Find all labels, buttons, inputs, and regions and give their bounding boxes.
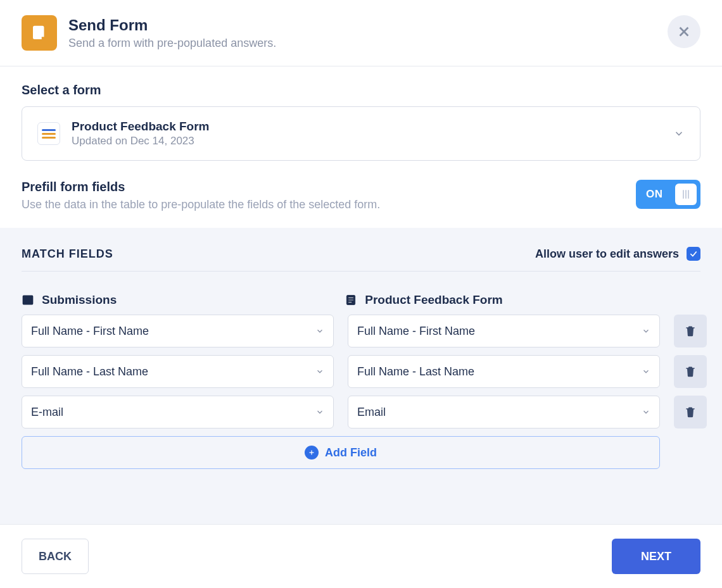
target-field-dropdown[interactable]: Email xyxy=(348,396,660,428)
source-field-value: Full Name - First Name xyxy=(31,325,149,338)
chevron-down-icon xyxy=(673,128,685,139)
modal-header: Send Form Send a form with pre-populated… xyxy=(0,0,722,66)
field-mapping-row: E-mail Email xyxy=(22,396,700,428)
svg-rect-6 xyxy=(348,297,353,299)
plus-icon xyxy=(305,446,319,460)
add-field-label: Add Field xyxy=(325,446,377,460)
source-field-value: E-mail xyxy=(31,406,63,419)
svg-rect-8 xyxy=(348,302,352,303)
match-fields-header: MATCH FIELDS Allow user to edit answers xyxy=(22,247,700,272)
trash-icon xyxy=(684,406,697,418)
header-text: Send Form Send a form with pre-populated… xyxy=(68,15,656,50)
right-col-label: Product Feedback Form xyxy=(365,293,503,307)
target-field-value: Full Name - Last Name xyxy=(357,365,474,378)
target-field-value: Email xyxy=(357,406,386,419)
select-form-label: Select a form xyxy=(22,83,700,97)
add-field-button[interactable]: Add Field xyxy=(22,436,660,469)
left-col-label: Submissions xyxy=(42,293,117,307)
target-field-dropdown[interactable]: Full Name - First Name xyxy=(348,315,660,347)
modal-footer: BACK NEXT xyxy=(0,524,722,588)
match-fields-section: MATCH FIELDS Allow user to edit answers … xyxy=(0,228,722,524)
form-icon xyxy=(22,15,57,51)
delete-row-button[interactable] xyxy=(674,396,707,428)
table-icon xyxy=(22,294,34,306)
send-form-modal: Send Form Send a form with pre-populated… xyxy=(0,0,722,588)
form-dropdown[interactable]: Product Feedback Form Updated on Dec 14,… xyxy=(22,106,700,161)
toggle-knob xyxy=(675,184,697,205)
select-form-section: Select a form Product Feedback Form Upda… xyxy=(0,66,722,161)
chevron-down-icon xyxy=(642,408,650,416)
back-button-label: BACK xyxy=(39,550,72,563)
target-field-value: Full Name - First Name xyxy=(357,325,475,338)
allow-edit-checkbox[interactable] xyxy=(687,247,700,261)
target-field-dropdown[interactable]: Full Name - Last Name xyxy=(348,355,660,388)
submissions-col-header: Submissions xyxy=(22,293,331,307)
allow-edit-row: Allow user to edit answers xyxy=(535,247,700,261)
trash-icon xyxy=(684,365,697,378)
toggle-label: ON xyxy=(646,188,663,201)
prefill-section: Prefill form fields Use the data in the … xyxy=(0,161,722,228)
modal-title: Send Form xyxy=(68,16,656,34)
prefill-subtitle: Use the data in the table to pre-populat… xyxy=(22,198,380,211)
form-thumbnail-icon xyxy=(37,122,60,145)
next-button[interactable]: NEXT xyxy=(612,539,700,574)
prefill-title: Prefill form fields xyxy=(22,180,380,194)
form-col-header: Product Feedback Form xyxy=(345,293,654,307)
delete-row-button[interactable] xyxy=(674,315,707,347)
field-mapping-row: Full Name - Last Name Full Name - Last N… xyxy=(22,355,700,388)
source-field-dropdown[interactable]: E-mail xyxy=(22,396,334,428)
source-field-dropdown[interactable]: Full Name - First Name xyxy=(22,315,334,347)
source-field-dropdown[interactable]: Full Name - Last Name xyxy=(22,355,334,388)
chevron-down-icon xyxy=(315,367,324,376)
svg-rect-0 xyxy=(23,296,33,304)
chevron-down-icon xyxy=(315,327,324,335)
chevron-down-icon xyxy=(642,327,650,335)
selected-form-updated: Updated on Dec 14, 2023 xyxy=(72,135,662,147)
chevron-down-icon xyxy=(642,367,650,376)
match-fields-title: MATCH FIELDS xyxy=(22,247,113,261)
selected-form-name: Product Feedback Form xyxy=(72,120,662,134)
field-mapping-row: Full Name - First Name Full Name - First… xyxy=(22,315,700,347)
source-field-value: Full Name - Last Name xyxy=(31,365,148,378)
next-button-label: NEXT xyxy=(641,550,671,563)
close-icon xyxy=(677,25,691,39)
allow-edit-label: Allow user to edit answers xyxy=(535,247,679,261)
form-dropdown-body: Product Feedback Form Updated on Dec 14,… xyxy=(72,120,662,147)
back-button[interactable]: BACK xyxy=(22,539,89,574)
check-icon xyxy=(689,249,698,258)
form-list-icon xyxy=(345,294,357,306)
svg-rect-7 xyxy=(348,299,353,301)
modal-subtitle: Send a form with pre-populated answers. xyxy=(68,37,656,50)
delete-row-button[interactable] xyxy=(674,355,707,388)
columns-header: Submissions Product Feedback Form xyxy=(22,293,700,307)
prefill-text: Prefill form fields Use the data in the … xyxy=(22,180,380,211)
close-button[interactable] xyxy=(668,15,700,48)
prefill-toggle[interactable]: ON xyxy=(636,180,700,209)
trash-icon xyxy=(684,325,697,337)
chevron-down-icon xyxy=(315,408,324,416)
